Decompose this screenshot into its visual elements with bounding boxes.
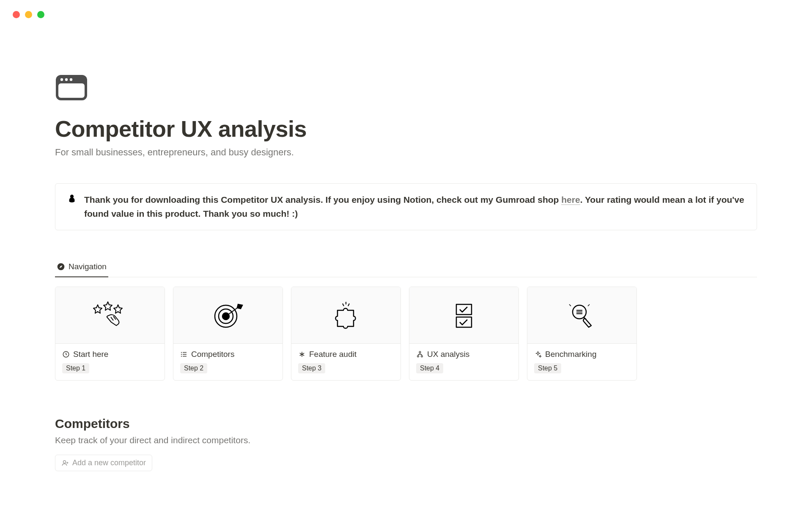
svg-rect-14 bbox=[456, 317, 472, 327]
svg-point-11 bbox=[181, 354, 182, 355]
svg-point-15 bbox=[419, 351, 421, 353]
svg-point-4 bbox=[70, 78, 72, 81]
card-feature-audit[interactable]: Feature audit Step 3 bbox=[291, 287, 401, 381]
hierarchy-icon bbox=[416, 351, 424, 358]
card-image bbox=[173, 287, 283, 344]
page-app-window-icon bbox=[55, 74, 88, 101]
compass-icon bbox=[57, 262, 65, 271]
checklist-icon bbox=[443, 298, 485, 332]
card-title: UX analysis bbox=[416, 350, 512, 359]
svg-point-12 bbox=[181, 356, 182, 356]
svg-point-19 bbox=[63, 461, 66, 463]
card-ux-analysis[interactable]: UX analysis Step 4 bbox=[409, 287, 519, 381]
card-title-text: UX analysis bbox=[427, 350, 469, 359]
step-badge: Step 5 bbox=[534, 363, 561, 373]
card-image bbox=[55, 287, 165, 344]
tab-label: Navigation bbox=[69, 262, 107, 271]
svg-point-2 bbox=[60, 78, 63, 81]
nav-cards: Start here Step 1 bbox=[55, 287, 757, 381]
maximize-window-icon[interactable] bbox=[37, 11, 44, 18]
nav-tabs: Navigation bbox=[55, 258, 757, 277]
card-title-text: Start here bbox=[73, 350, 108, 359]
list-icon bbox=[180, 351, 188, 358]
card-benchmarking[interactable]: Benchmarking Step 5 bbox=[527, 287, 637, 381]
puzzle-icon bbox=[325, 298, 367, 332]
gumroad-link[interactable]: here bbox=[561, 195, 580, 205]
card-image bbox=[527, 287, 636, 344]
person-silhouette-icon bbox=[67, 194, 77, 203]
svg-rect-13 bbox=[456, 304, 472, 315]
close-window-icon[interactable] bbox=[13, 11, 20, 18]
card-title-text: Benchmarking bbox=[545, 350, 596, 359]
card-title-text: Feature audit bbox=[309, 350, 357, 359]
card-title: Start here bbox=[62, 350, 158, 359]
card-title: Benchmarking bbox=[534, 350, 630, 359]
page-subtitle: For small businesses, entrepreneurs, and… bbox=[55, 147, 757, 158]
magnify-click-icon bbox=[561, 298, 603, 332]
card-competitors[interactable]: Competitors Step 2 bbox=[173, 287, 283, 381]
step-badge: Step 4 bbox=[416, 363, 443, 373]
card-image bbox=[291, 287, 401, 344]
svg-point-3 bbox=[65, 78, 68, 81]
step-badge: Step 3 bbox=[298, 363, 325, 373]
window-traffic-lights bbox=[13, 11, 44, 18]
step-badge: Step 1 bbox=[62, 363, 89, 373]
asterisk-icon bbox=[298, 351, 306, 358]
tab-navigation[interactable]: Navigation bbox=[55, 258, 108, 277]
hand-stars-icon bbox=[89, 298, 131, 332]
thank-you-callout: Thank you for downloading this Competito… bbox=[55, 183, 757, 230]
step-badge: Step 2 bbox=[180, 363, 207, 373]
card-start-here[interactable]: Start here Step 1 bbox=[55, 287, 165, 381]
card-title: Competitors bbox=[180, 350, 276, 359]
competitors-subtitle: Keep track of your direct and indirect c… bbox=[55, 435, 757, 445]
svg-point-17 bbox=[421, 356, 423, 357]
callout-text: Thank you for downloading this Competito… bbox=[84, 193, 745, 221]
svg-point-16 bbox=[417, 356, 419, 357]
target-icon bbox=[207, 298, 249, 332]
card-image bbox=[409, 287, 518, 344]
svg-rect-1 bbox=[58, 83, 85, 98]
card-title: Feature audit bbox=[298, 350, 394, 359]
clock-icon bbox=[62, 351, 70, 358]
svg-point-10 bbox=[181, 352, 182, 353]
callout-text-before: Thank you for downloading this Competito… bbox=[84, 195, 561, 204]
card-title-text: Competitors bbox=[191, 350, 234, 359]
add-competitor-label: Add a new competitor bbox=[72, 458, 146, 467]
add-competitor-button[interactable]: Add a new competitor bbox=[55, 455, 152, 471]
sparkle-icon bbox=[534, 351, 542, 358]
page-title: Competitor UX analysis bbox=[55, 116, 757, 142]
competitors-title: Competitors bbox=[55, 417, 757, 431]
competitors-section: Competitors Keep track of your direct an… bbox=[55, 417, 757, 471]
minimize-window-icon[interactable] bbox=[25, 11, 32, 18]
add-person-icon bbox=[61, 459, 69, 467]
